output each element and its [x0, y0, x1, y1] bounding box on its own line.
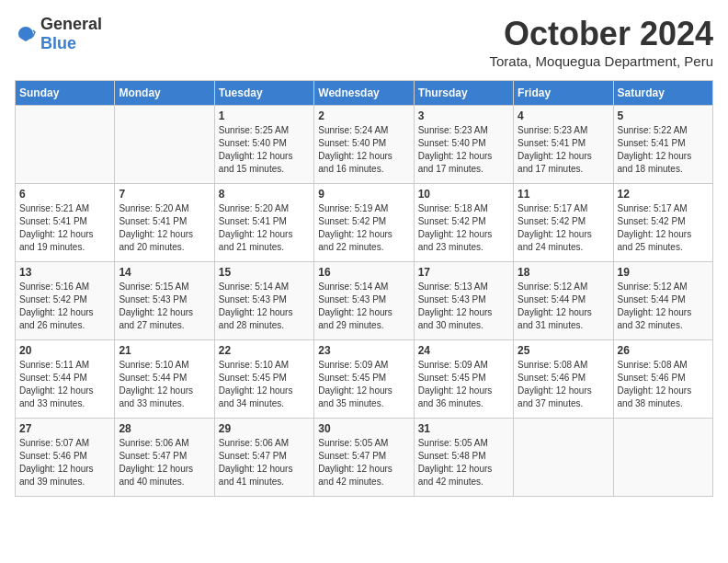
calendar-cell: [514, 419, 613, 497]
calendar-cell: 31Sunrise: 5:05 AM Sunset: 5:48 PM Dayli…: [414, 419, 513, 497]
day-number: 20: [19, 344, 110, 357]
day-info: Sunrise: 5:12 AM Sunset: 5:44 PM Dayligh…: [618, 281, 709, 332]
calendar-cell: 6Sunrise: 5:21 AM Sunset: 5:41 PM Daylig…: [16, 184, 115, 262]
day-number: 17: [418, 266, 509, 279]
calendar-table: SundayMondayTuesdayWednesdayThursdayFrid…: [15, 80, 713, 497]
day-info: Sunrise: 5:23 AM Sunset: 5:40 PM Dayligh…: [418, 124, 509, 176]
day-info: Sunrise: 5:23 AM Sunset: 5:41 PM Dayligh…: [518, 124, 609, 176]
day-number: 16: [318, 266, 409, 279]
calendar-cell: [115, 106, 214, 184]
day-number: 18: [518, 266, 609, 279]
calendar-cell: 25Sunrise: 5:08 AM Sunset: 5:46 PM Dayli…: [514, 340, 613, 419]
day-info: Sunrise: 5:18 AM Sunset: 5:42 PM Dayligh…: [418, 202, 509, 254]
day-number: 15: [219, 266, 310, 279]
day-number: 21: [119, 344, 210, 357]
calendar-cell: 20Sunrise: 5:11 AM Sunset: 5:44 PM Dayli…: [16, 340, 115, 419]
header-friday: Friday: [514, 81, 613, 106]
header-sunday: Sunday: [16, 81, 115, 106]
calendar-cell: 3Sunrise: 5:23 AM Sunset: 5:40 PM Daylig…: [414, 106, 513, 184]
calendar-cell: 19Sunrise: 5:12 AM Sunset: 5:44 PM Dayli…: [613, 262, 712, 340]
day-number: 1: [219, 109, 310, 122]
calendar-cell: 5Sunrise: 5:22 AM Sunset: 5:41 PM Daylig…: [613, 106, 712, 184]
calendar-cell: 21Sunrise: 5:10 AM Sunset: 5:44 PM Dayli…: [115, 340, 214, 419]
calendar-cell: 30Sunrise: 5:05 AM Sunset: 5:47 PM Dayli…: [314, 419, 414, 497]
calendar-cell: 27Sunrise: 5:07 AM Sunset: 5:46 PM Dayli…: [16, 419, 115, 497]
day-info: Sunrise: 5:17 AM Sunset: 5:42 PM Dayligh…: [518, 202, 609, 254]
calendar-cell: 8Sunrise: 5:20 AM Sunset: 5:41 PM Daylig…: [214, 184, 313, 262]
day-number: 23: [318, 344, 409, 357]
day-number: 10: [418, 188, 509, 201]
day-info: Sunrise: 5:07 AM Sunset: 5:46 PM Dayligh…: [19, 437, 110, 488]
calendar-week-1: 1Sunrise: 5:25 AM Sunset: 5:40 PM Daylig…: [16, 106, 713, 184]
calendar-cell: 16Sunrise: 5:14 AM Sunset: 5:43 PM Dayli…: [314, 262, 414, 340]
day-info: Sunrise: 5:15 AM Sunset: 5:43 PM Dayligh…: [119, 281, 210, 332]
day-number: 29: [219, 422, 310, 435]
calendar-cell: 2Sunrise: 5:24 AM Sunset: 5:40 PM Daylig…: [314, 106, 414, 184]
day-number: 5: [618, 109, 709, 122]
calendar-cell: 12Sunrise: 5:17 AM Sunset: 5:42 PM Dayli…: [613, 184, 712, 262]
day-number: 13: [19, 266, 110, 279]
calendar-cell: [16, 106, 115, 184]
month-title: October 2024: [490, 15, 713, 53]
day-info: Sunrise: 5:14 AM Sunset: 5:43 PM Dayligh…: [318, 281, 409, 332]
day-number: 4: [518, 109, 609, 122]
day-info: Sunrise: 5:08 AM Sunset: 5:46 PM Dayligh…: [518, 359, 609, 410]
day-number: 6: [19, 188, 110, 201]
day-number: 26: [618, 344, 709, 357]
logo: General Blue: [15, 15, 102, 53]
calendar-cell: 24Sunrise: 5:09 AM Sunset: 5:45 PM Dayli…: [414, 340, 513, 419]
calendar-cell: 29Sunrise: 5:06 AM Sunset: 5:47 PM Dayli…: [214, 419, 313, 497]
calendar-cell: 7Sunrise: 5:20 AM Sunset: 5:41 PM Daylig…: [115, 184, 214, 262]
day-number: 27: [19, 422, 110, 435]
calendar-week-2: 6Sunrise: 5:21 AM Sunset: 5:41 PM Daylig…: [16, 184, 713, 262]
page-header: General Blue October 2024 Torata, Moqueg…: [15, 15, 713, 69]
day-number: 14: [119, 266, 210, 279]
logo-blue: Blue: [40, 34, 76, 52]
calendar-cell: 22Sunrise: 5:10 AM Sunset: 5:45 PM Dayli…: [214, 340, 313, 419]
calendar-cell: 17Sunrise: 5:13 AM Sunset: 5:43 PM Dayli…: [414, 262, 513, 340]
calendar-cell: 14Sunrise: 5:15 AM Sunset: 5:43 PM Dayli…: [115, 262, 214, 340]
day-info: Sunrise: 5:24 AM Sunset: 5:40 PM Dayligh…: [318, 124, 409, 176]
day-number: 11: [518, 188, 609, 201]
day-info: Sunrise: 5:10 AM Sunset: 5:45 PM Dayligh…: [219, 359, 310, 410]
day-info: Sunrise: 5:06 AM Sunset: 5:47 PM Dayligh…: [119, 437, 210, 488]
calendar-week-4: 20Sunrise: 5:11 AM Sunset: 5:44 PM Dayli…: [16, 340, 713, 419]
calendar-cell: 18Sunrise: 5:12 AM Sunset: 5:44 PM Dayli…: [514, 262, 613, 340]
day-number: 25: [518, 344, 609, 357]
calendar-cell: 28Sunrise: 5:06 AM Sunset: 5:47 PM Dayli…: [115, 419, 214, 497]
day-number: 22: [219, 344, 310, 357]
day-number: 30: [318, 422, 409, 435]
day-info: Sunrise: 5:19 AM Sunset: 5:42 PM Dayligh…: [318, 202, 409, 254]
header-wednesday: Wednesday: [314, 81, 414, 106]
day-info: Sunrise: 5:22 AM Sunset: 5:41 PM Dayligh…: [618, 124, 709, 176]
header-saturday: Saturday: [613, 81, 712, 106]
header-tuesday: Tuesday: [214, 81, 313, 106]
day-info: Sunrise: 5:17 AM Sunset: 5:42 PM Dayligh…: [618, 202, 709, 254]
day-info: Sunrise: 5:05 AM Sunset: 5:47 PM Dayligh…: [318, 437, 409, 488]
day-info: Sunrise: 5:16 AM Sunset: 5:42 PM Dayligh…: [19, 281, 110, 332]
day-info: Sunrise: 5:20 AM Sunset: 5:41 PM Dayligh…: [219, 202, 310, 254]
calendar-cell: [613, 419, 712, 497]
calendar-cell: 23Sunrise: 5:09 AM Sunset: 5:45 PM Dayli…: [314, 340, 414, 419]
day-number: 28: [119, 422, 210, 435]
day-info: Sunrise: 5:06 AM Sunset: 5:47 PM Dayligh…: [219, 437, 310, 488]
day-number: 12: [618, 188, 709, 201]
day-number: 24: [418, 344, 509, 357]
logo-icon: [15, 23, 37, 45]
day-info: Sunrise: 5:20 AM Sunset: 5:41 PM Dayligh…: [119, 202, 210, 254]
calendar-cell: 4Sunrise: 5:23 AM Sunset: 5:41 PM Daylig…: [514, 106, 613, 184]
calendar-cell: 26Sunrise: 5:08 AM Sunset: 5:46 PM Dayli…: [613, 340, 712, 419]
day-info: Sunrise: 5:14 AM Sunset: 5:43 PM Dayligh…: [219, 281, 310, 332]
day-number: 2: [318, 109, 409, 122]
logo-text-block: General Blue: [40, 15, 102, 53]
day-info: Sunrise: 5:12 AM Sunset: 5:44 PM Dayligh…: [518, 281, 609, 332]
day-number: 7: [119, 188, 210, 201]
day-info: Sunrise: 5:25 AM Sunset: 5:40 PM Dayligh…: [219, 124, 310, 176]
header-monday: Monday: [115, 81, 214, 106]
day-number: 3: [418, 109, 509, 122]
day-info: Sunrise: 5:10 AM Sunset: 5:44 PM Dayligh…: [119, 359, 210, 410]
day-info: Sunrise: 5:08 AM Sunset: 5:46 PM Dayligh…: [618, 359, 709, 410]
day-number: 8: [219, 188, 310, 201]
logo-general: General: [40, 15, 102, 33]
header-thursday: Thursday: [414, 81, 513, 106]
